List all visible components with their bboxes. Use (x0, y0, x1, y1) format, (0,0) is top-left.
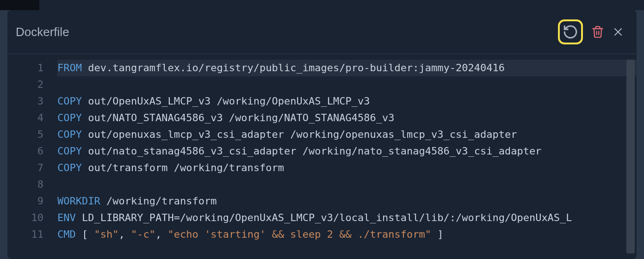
line-number: 5 (7, 126, 57, 143)
line-number: 10 (7, 210, 57, 226)
line-number: 4 (7, 110, 57, 126)
code-line[interactable]: COPY out/openuxas_lmcp_v3_csi_adapter /w… (57, 126, 637, 143)
top-tab[interactable] (0, 0, 39, 10)
code-line[interactable]: CMD [ "sh", "-c", "echo 'starting' && sl… (57, 226, 637, 243)
code-lines[interactable]: FROM dev.tangramflex.io/registry/public_… (57, 57, 637, 256)
code-line[interactable]: COPY out/nato_stanag4586_v3_csi_adapter … (57, 143, 637, 160)
code-line[interactable] (57, 76, 637, 93)
close-icon (613, 26, 624, 37)
code-line[interactable]: ENV LD_LIBRARY_PATH=/working/OpenUxAS_LM… (57, 210, 637, 226)
line-number: 11 (7, 226, 57, 243)
line-number: 7 (7, 160, 57, 176)
line-number: 8 (7, 176, 57, 193)
code-container[interactable]: 1234567891011 FROM dev.tangramflex.io/re… (7, 54, 637, 259)
line-number: 1 (7, 60, 57, 76)
panel-title: Dockerfile (16, 25, 69, 39)
reset-highlight (558, 19, 583, 44)
code-line[interactable]: WORKDIR /working/transform (57, 193, 637, 210)
panel-actions (558, 19, 624, 44)
code-line[interactable]: COPY out/OpenUxAS_LMCP_v3 /working/OpenU… (57, 93, 637, 110)
panel-header: Dockerfile (7, 10, 637, 54)
line-number: 3 (7, 93, 57, 110)
code-line[interactable]: FROM dev.tangramflex.io/registry/public_… (57, 60, 637, 76)
reset-icon (563, 24, 578, 40)
close-button[interactable] (613, 26, 624, 37)
line-number: 6 (7, 143, 57, 160)
gutter: 1234567891011 (7, 57, 57, 256)
reset-button[interactable] (563, 24, 578, 40)
line-number: 9 (7, 193, 57, 210)
code-line[interactable]: COPY out/transform /working/transform (57, 160, 637, 176)
trash-icon (591, 25, 604, 38)
delete-button[interactable] (591, 25, 604, 38)
editor-panel: Dockerfile (7, 10, 637, 259)
code-line[interactable]: COPY out/NATO_STANAG4586_v3 /working/NAT… (57, 110, 637, 126)
top-bar (0, 0, 644, 10)
code-line[interactable] (57, 176, 637, 193)
line-number: 2 (7, 76, 57, 93)
scrollbar[interactable] (626, 60, 635, 253)
